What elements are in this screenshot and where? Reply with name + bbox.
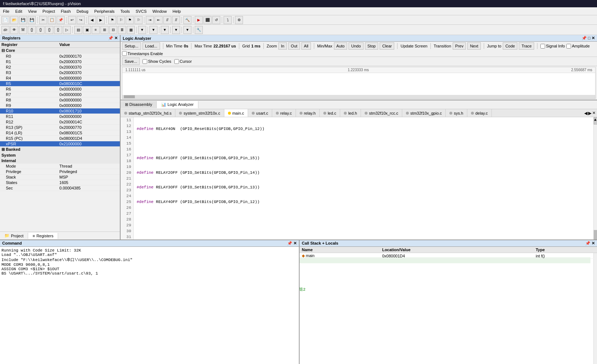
table-row[interactable]: R14 (LR)0x080001C5 — [0, 130, 120, 136]
view3-btn[interactable]: ≡ — [92, 26, 100, 34]
code-tab-system[interactable]: system_stm32f10x.c — [175, 109, 224, 117]
la-timestamps-check[interactable] — [122, 51, 127, 56]
la-load-btn[interactable]: Load... — [142, 42, 160, 50]
scrollbar-thumb[interactable] — [594, 230, 597, 241]
dropdown1-btn[interactable]: ▼ — [138, 26, 146, 34]
menu-svcs[interactable]: SVCS — [133, 8, 149, 14]
code-tab-rcc[interactable]: stm32f10x_rcc.c — [361, 109, 402, 117]
menu-peripherals[interactable]: Peripherals — [91, 8, 118, 14]
comment-btn[interactable]: // — [163, 16, 171, 24]
table-row[interactable]: xPSR0x21000000 — [0, 141, 120, 147]
perf3-btn[interactable]: {} — [45, 26, 53, 34]
la-amplitude-cb[interactable]: Amplitude — [566, 44, 590, 49]
dropdown3-btn[interactable]: ▼ — [161, 26, 169, 34]
code-tab-usart[interactable]: usart.c — [248, 109, 272, 117]
open-btn[interactable]: 📂 — [10, 16, 18, 24]
tab-registers[interactable]: ≡ Registers — [28, 233, 58, 239]
reset-btn[interactable]: ↺ — [212, 16, 220, 24]
perf5-btn[interactable]: ▷ — [63, 26, 71, 34]
tool-btn[interactable]: 🔧 — [195, 26, 203, 34]
debug-btn[interactable]: d/r — [1, 26, 9, 34]
bookmark4-btn[interactable]: ⚐ — [134, 16, 142, 24]
new-btn[interactable]: 📄 — [1, 16, 9, 24]
table-row[interactable]: R13 (SP)0x20000770 — [0, 125, 120, 130]
table-row[interactable]: R50x0800010C — [0, 81, 120, 87]
paste-btn[interactable]: 📌 — [57, 16, 65, 24]
table-row[interactable]: StackMSP — [0, 175, 120, 180]
la-scrollbar[interactable] — [122, 95, 595, 99]
view4-btn[interactable]: ⊞ — [100, 26, 109, 34]
table-row[interactable]: ModeThread — [0, 164, 120, 169]
la-undo-btn[interactable]: Undo — [349, 42, 363, 50]
view5-btn[interactable]: ⊟ — [109, 26, 117, 34]
settings-btn[interactable]: ⚙ — [235, 16, 243, 24]
view6-btn[interactable]: ≣ — [118, 26, 126, 34]
la-zoom-out-btn[interactable]: Out — [288, 42, 300, 50]
table-row[interactable]: R100x08001710 — [0, 108, 120, 114]
la-cursor-check[interactable] — [174, 59, 179, 64]
save-all-btn[interactable]: 💾 — [28, 16, 36, 24]
menu-file[interactable]: File — [0, 8, 12, 14]
la-cursor-cb[interactable]: Cursor — [174, 59, 192, 64]
registers-pin[interactable]: 📌 ✕ — [108, 36, 118, 41]
la-timestamps-cb[interactable]: Timestamps Enable — [122, 51, 163, 56]
menu-project[interactable]: Project — [39, 8, 58, 14]
la-signalinfo-cb[interactable]: Signal Info — [540, 44, 565, 49]
code-tab-main[interactable]: main.c — [224, 109, 248, 117]
dropdown4-btn[interactable]: ▼ — [172, 26, 180, 34]
undo-btn[interactable]: ↩ — [68, 16, 76, 24]
view2-btn[interactable]: ▣ — [83, 26, 91, 34]
bookmark2-btn[interactable]: ⚐ — [117, 16, 125, 24]
table-row[interactable]: R110x00000000 — [0, 114, 120, 119]
table-row[interactable]: States1605 — [0, 180, 120, 185]
la-showcycles-cb[interactable]: Show Cycles — [142, 59, 171, 64]
view7-btn[interactable]: ▦ — [127, 26, 135, 34]
dropdown2-btn[interactable]: ▼ — [149, 26, 157, 34]
table-row[interactable]: R120x2000014C — [0, 119, 120, 125]
dropdown5-btn[interactable]: ▼ — [183, 26, 191, 34]
table-row[interactable]: R80x00000000 — [0, 97, 120, 103]
run-btn[interactable]: ▶ — [195, 16, 203, 24]
la-trace-btn[interactable]: Trace — [519, 42, 534, 50]
perf4-btn[interactable]: {} — [54, 26, 62, 34]
menu-help[interactable]: Help — [170, 8, 184, 14]
uncomment-btn[interactable]: // — [172, 16, 180, 24]
tab-project[interactable]: 📁 Project — [0, 233, 28, 239]
table-row[interactable]: Sec0.00004385 — [0, 185, 120, 191]
step-btn[interactable]: ⤵ — [224, 16, 232, 24]
code-tab-delay[interactable]: delay.c — [467, 109, 492, 117]
la-signalinfo-check[interactable] — [540, 44, 545, 49]
code-tab-relay-c[interactable]: relay.c — [272, 109, 296, 117]
menu-window[interactable]: Window — [149, 8, 170, 14]
menu-debug[interactable]: Debug — [74, 8, 91, 14]
nav-back-btn[interactable]: ◀ — [88, 16, 96, 24]
mem-btn[interactable]: M — [19, 26, 27, 34]
menu-tools[interactable]: Tools — [118, 8, 133, 14]
la-next-btn[interactable]: Next — [467, 42, 481, 50]
view1-btn[interactable]: ▤ — [74, 26, 82, 34]
tabs-arrow-left[interactable]: ◀ — [584, 111, 588, 116]
la-clear-btn[interactable]: Clear — [380, 42, 394, 50]
la-setup-btn[interactable]: Setup... — [122, 42, 141, 50]
tab-disassembly[interactable]: ⊞ Disassembly — [121, 101, 157, 108]
la-prev-btn[interactable]: Prev — [453, 42, 466, 50]
code-tab-startup[interactable]: startup_stm32f10x_hd.s — [121, 109, 175, 117]
code-tab-led-h[interactable]: led.h — [340, 109, 361, 117]
table-row[interactable]: PrivilegePrivileged — [0, 169, 120, 175]
table-row[interactable]: R30x20000370 — [0, 70, 120, 76]
code-tab-led-c[interactable]: led.c — [320, 109, 340, 117]
indent-btn[interactable]: ⇥ — [146, 16, 154, 24]
table-row[interactable]: R90x00000000 — [0, 103, 120, 108]
la-save-btn[interactable]: Save... — [122, 58, 140, 65]
tabs-close[interactable]: ✕ — [592, 111, 596, 115]
menu-edit[interactable]: Edit — [12, 8, 25, 14]
table-row[interactable]: R15 (PC)0x080001D4 — [0, 136, 120, 141]
la-auto-btn[interactable]: Auto — [334, 42, 347, 50]
bookmark3-btn[interactable]: ⚑ — [126, 16, 134, 24]
table-row[interactable]: R00x20000170 — [0, 54, 120, 59]
menu-view[interactable]: View — [25, 8, 40, 14]
la-code-btn[interactable]: Code — [503, 42, 517, 50]
tab-logic-analyzer[interactable]: 📊 Logic Analyzer — [157, 101, 198, 108]
scrollbar-up[interactable]: ▲ — [594, 117, 597, 124]
menu-flash[interactable]: Flash — [58, 8, 74, 14]
